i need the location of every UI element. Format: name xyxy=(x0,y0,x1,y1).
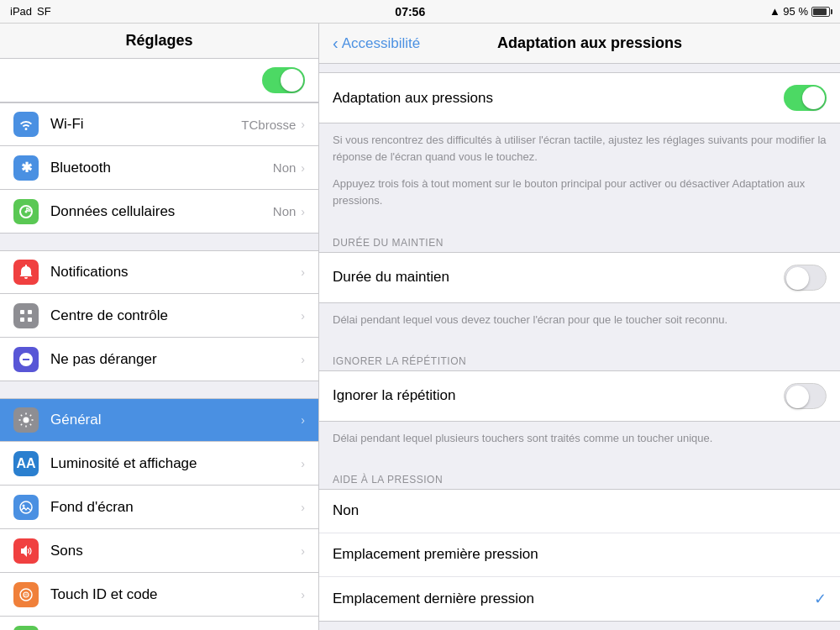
dnd-icon xyxy=(13,347,39,372)
duree-row: Durée du maintien xyxy=(319,253,840,302)
general-label: Général xyxy=(50,412,301,428)
sidebar-item-sounds[interactable]: Sons › xyxy=(0,529,318,573)
aide-derniere-label: Emplacement dernière pression xyxy=(333,591,814,607)
ignorer-description: Délai pendant lequel plusieurs touchers … xyxy=(319,422,840,457)
status-bar-right: ▲ 95 % xyxy=(769,5,830,18)
bluetooth-icon: ✱ xyxy=(13,155,39,181)
signal-icon: ▲ 95 % xyxy=(769,5,808,18)
status-bar: iPad SF 07:56 ▲ 95 % xyxy=(0,0,840,24)
battery-menu-icon xyxy=(13,626,39,631)
duree-label: Durée du maintien xyxy=(333,269,784,286)
aide-row-premiere[interactable]: Emplacement première pression xyxy=(319,533,840,577)
general-chevron: › xyxy=(301,413,305,427)
battery-icon xyxy=(811,7,830,17)
duree-description: Délai pendant lequel vous devez toucher … xyxy=(319,303,840,339)
brightness-icon: AA xyxy=(13,451,39,476)
wallpaper-icon xyxy=(13,495,39,520)
aide-row-derniere[interactable]: Emplacement dernière pression ✓ xyxy=(319,577,840,621)
wifi-label: Wi-Fi xyxy=(50,116,241,133)
bluetooth-value: Non xyxy=(273,160,297,175)
right-panel: ‹ Accessibilité Adaptation aux pressions… xyxy=(319,24,840,630)
dnd-chevron: › xyxy=(301,353,305,366)
sidebar: Réglages Wi-Fi TCbrosse › ✱ xyxy=(0,24,319,630)
cellular-value: Non xyxy=(273,204,297,218)
sidebar-item-control[interactable]: Centre de contrôle › xyxy=(0,294,318,338)
sidebar-item-brightness[interactable]: AA Luminosité et affichage › xyxy=(0,442,318,486)
ignorer-toggle[interactable] xyxy=(784,383,827,409)
aide-derniere-checkmark: ✓ xyxy=(814,590,827,608)
aide-card: Non Emplacement première pression Emplac… xyxy=(319,489,840,622)
brightness-chevron: › xyxy=(301,457,305,470)
control-chevron: › xyxy=(301,309,305,323)
svg-point-1 xyxy=(25,210,28,213)
general-icon xyxy=(13,407,39,433)
right-panel-title: Adaptation aux pressions xyxy=(420,34,759,52)
dnd-label: Ne pas déranger xyxy=(50,351,301,368)
aide-section: AIDE À LA PRESSION Non Emplacement premi… xyxy=(319,465,840,630)
divider-2 xyxy=(0,381,318,398)
sidebar-group-prefs: Général › AA Luminosité et affichage › xyxy=(0,398,318,630)
notifications-label: Notifications xyxy=(50,264,301,281)
back-button[interactable]: ‹ Accessibilité xyxy=(333,34,420,53)
bluetooth-chevron: › xyxy=(301,161,305,175)
touchid-chevron: › xyxy=(301,588,305,601)
sidebar-partial-row xyxy=(0,59,318,102)
sidebar-item-wifi[interactable]: Wi-Fi TCbrosse › xyxy=(0,102,318,146)
svg-point-7 xyxy=(20,501,32,513)
status-bar-left: iPad SF xyxy=(10,5,51,18)
sidebar-item-wallpaper[interactable]: Fond d'écran › xyxy=(0,486,318,529)
main-toggle-switch[interactable] xyxy=(784,85,827,111)
duree-header: DURÉE DU MAINTIEN xyxy=(319,228,840,252)
wifi-icon xyxy=(13,112,39,137)
svg-point-8 xyxy=(23,504,25,507)
cellular-icon xyxy=(13,199,39,224)
sounds-label: Sons xyxy=(50,543,301,559)
bluetooth-label: Bluetooth xyxy=(50,160,273,176)
main-layout: Réglages Wi-Fi TCbrosse › ✱ xyxy=(0,24,840,630)
sidebar-item-touchid[interactable]: Touch ID et code › xyxy=(0,573,318,617)
svg-rect-2 xyxy=(20,310,24,314)
sidebar-item-battery[interactable]: Batterie › xyxy=(0,617,318,630)
touchid-icon xyxy=(13,582,39,607)
sounds-chevron: › xyxy=(301,544,305,558)
aide-row-non[interactable]: Non xyxy=(319,490,840,533)
ignorer-row: Ignorer la répétition xyxy=(319,371,840,421)
main-description-1: Si vous rencontrez des difficultés à uti… xyxy=(319,123,840,176)
main-toggle-label: Adaptation aux pressions xyxy=(333,90,784,107)
brightness-label: Luminosité et affichage xyxy=(50,455,301,472)
touchid-label: Touch ID et code xyxy=(50,586,301,603)
svg-point-6 xyxy=(24,417,29,423)
ignorer-header: IGNORER LA RÉPÉTITION xyxy=(319,347,840,370)
svg-rect-5 xyxy=(28,318,32,322)
wallpaper-chevron: › xyxy=(301,501,305,514)
sidebar-item-dnd[interactable]: Ne pas déranger › xyxy=(0,338,318,381)
divider-1 xyxy=(0,234,318,250)
aide-description: Activez Aide à la pression pour que tout… xyxy=(319,622,840,630)
main-description-2: Appuyez trois fois à tout moment sur le … xyxy=(319,176,840,219)
ignorer-label: Ignorer la répétition xyxy=(333,387,784,404)
control-icon xyxy=(13,303,39,328)
sidebar-item-notifications[interactable]: Notifications › xyxy=(0,250,318,294)
sidebar-group-network: Wi-Fi TCbrosse › ✱ Bluetooth Non › xyxy=(0,102,318,234)
aide-header: AIDE À LA PRESSION xyxy=(319,465,840,489)
duree-section: DURÉE DU MAINTIEN Durée du maintien Déla… xyxy=(319,228,840,339)
svg-rect-3 xyxy=(28,310,32,314)
duree-toggle[interactable] xyxy=(784,265,827,291)
control-label: Centre de contrôle xyxy=(50,307,301,324)
sidebar-item-bluetooth[interactable]: ✱ Bluetooth Non › xyxy=(0,146,318,190)
main-toggle-card: Adaptation aux pressions xyxy=(319,72,840,123)
main-section: Adaptation aux pressions Si vous rencont… xyxy=(319,72,840,220)
wallpaper-label: Fond d'écran xyxy=(50,499,301,516)
sidebar-item-cellular[interactable]: Données cellulaires Non › xyxy=(0,190,318,234)
sidebar-item-general[interactable]: Général › xyxy=(0,398,318,442)
device-label: iPad xyxy=(10,5,32,18)
notifications-chevron: › xyxy=(301,265,305,279)
wifi-chevron: › xyxy=(301,118,305,131)
cellular-label: Données cellulaires xyxy=(50,203,273,220)
aide-premiere-label: Emplacement première pression xyxy=(333,546,827,563)
ignorer-section: IGNORER LA RÉPÉTITION Ignorer la répétit… xyxy=(319,347,840,457)
main-toggle-row: Adaptation aux pressions xyxy=(319,73,840,123)
cellular-chevron: › xyxy=(301,205,305,218)
duree-card: Durée du maintien xyxy=(319,252,840,303)
partial-toggle[interactable] xyxy=(262,67,305,93)
